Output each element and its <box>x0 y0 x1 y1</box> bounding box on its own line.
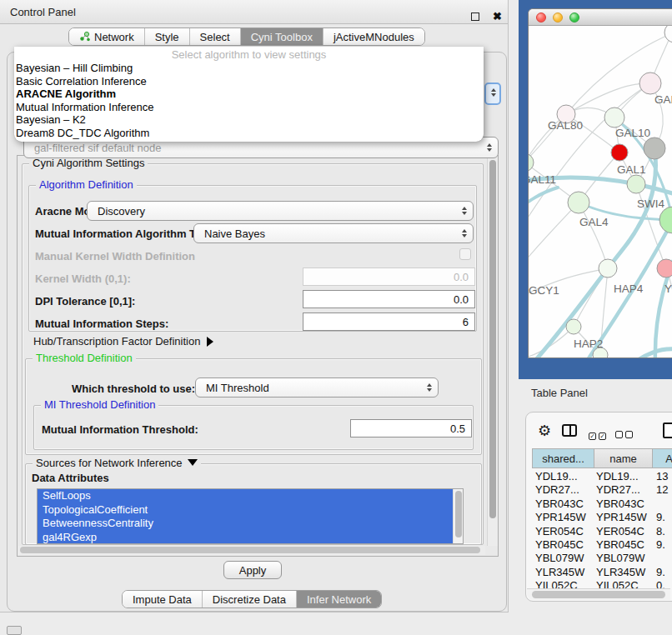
table-row[interactable]: YER054C YER054C 8. <box>532 525 672 538</box>
network-node-hap4[interactable] <box>599 259 617 278</box>
cyni-bottom-tabbar: Impute Data Discretize Data Infer Networ… <box>122 590 382 608</box>
tab-select[interactable]: Select <box>190 28 241 45</box>
network-node[interactable] <box>604 108 624 128</box>
node-label: HAP2 <box>574 338 603 350</box>
node-label: GAL11 <box>529 173 556 186</box>
window-close-icon[interactable] <box>536 12 546 22</box>
tab-network[interactable]: Network <box>69 28 145 45</box>
mi-threshold-input[interactable] <box>350 419 472 438</box>
window-minimize-icon[interactable] <box>553 12 563 22</box>
tab-style[interactable]: Style <box>145 28 190 45</box>
table-row[interactable]: YBR045C YBR045C 9. <box>532 538 672 552</box>
menu-item-mutual-information[interactable]: Mutual Information Inference <box>14 101 484 114</box>
table-row[interactable]: YBL079W YBL079W <box>532 552 672 565</box>
network-node[interactable] <box>659 207 672 233</box>
table-row[interactable]: YLR345W YLR345W 9. <box>532 566 672 579</box>
combo-arrows-icon <box>491 88 496 97</box>
cell-value: 12 <box>652 483 672 497</box>
hub-definition-toggle[interactable]: Hub/Transcription Factor Definition <box>33 335 213 348</box>
column-header-name[interactable]: name <box>594 448 653 468</box>
tab-network-label: Network <box>94 31 134 43</box>
list-item-topologicalcoefficient[interactable]: TopologicalCoefficient <box>38 503 453 518</box>
list-scrollbar[interactable] <box>453 489 463 543</box>
table-row[interactable]: YBR043C YBR043C <box>532 498 672 511</box>
cell-value: 8. <box>652 525 672 538</box>
network-node[interactable] <box>644 138 665 159</box>
combo-arrows-icon <box>462 207 467 215</box>
list-item-betweennesscentrality[interactable]: BetweennessCentrality <box>38 517 453 531</box>
cell-value: 9. <box>652 566 672 579</box>
column-header-partial[interactable]: A <box>653 448 672 468</box>
control-panel: Control Panel ✖ Network Style Select Cyn… <box>0 0 509 612</box>
manual-kernel-width-checkbox[interactable] <box>459 248 471 260</box>
table-row[interactable]: YPR145W YPR145W 9. <box>532 511 672 524</box>
algorithm-combo-button-fragment[interactable] <box>484 82 501 105</box>
list-item-gal4rgexp[interactable]: gal4RGexp <box>38 531 453 545</box>
mi-algorithm-type-combo[interactable]: Naive Bayes <box>193 223 474 243</box>
table-horizontal-scrollbar[interactable] <box>527 588 670 600</box>
collapse-arrow-icon[interactable] <box>188 459 198 466</box>
cell-shared-name: YPR145W <box>532 511 594 524</box>
node-label: GAL10 <box>615 127 650 139</box>
tab-impute-data[interactable]: Impute Data <box>123 591 203 608</box>
menu-item-bayesian-k2[interactable]: Bayesian – K2 <box>14 113 484 127</box>
cell-name: YER054C <box>594 525 652 538</box>
tab-cyni-toolbox[interactable]: Cyni Toolbox <box>241 28 323 45</box>
network-node[interactable] <box>639 72 661 94</box>
aracne-mode-combo[interactable]: Discovery <box>87 201 474 221</box>
network-node-gal4[interactable] <box>568 192 589 213</box>
window-zoom-icon[interactable] <box>569 12 579 22</box>
node-label: GAL4 <box>579 216 609 228</box>
cell-shared-name: YBL079W <box>532 552 594 565</box>
columns-icon[interactable] <box>562 424 577 437</box>
settings-horizontal-scrollbar[interactable] <box>18 546 485 555</box>
tab-select-label: Select <box>200 31 230 43</box>
select-all-checkboxes-icon[interactable]: ✓✓ <box>589 427 609 442</box>
network-window-titlebar[interactable] <box>529 9 672 26</box>
algorithm-dropdown-menu: Select algorithm to view settings Bayesi… <box>14 47 484 142</box>
control-panel-tabbar: Network Style Select Cyni Toolbox jActiv… <box>68 28 425 46</box>
kernel-width-input[interactable] <box>303 268 475 286</box>
mi-steps-label: Mutual Information Steps: <box>35 318 168 330</box>
tab-jactivemnodules[interactable]: jActiveMNodules <box>323 28 424 45</box>
node-label: HAP4 <box>614 282 644 295</box>
document-icon[interactable] <box>663 422 672 438</box>
table-row[interactable]: YDL19... YDL19... 13 <box>532 470 672 483</box>
checked-box-icon: ✓ <box>599 432 606 440</box>
cell-value <box>652 498 672 511</box>
column-header-shared-name[interactable]: shared... <box>532 448 594 468</box>
menu-item-basic-correlation[interactable]: Basic Correlation Inference <box>14 75 484 88</box>
which-threshold-combo[interactable]: MI Threshold <box>195 378 439 398</box>
menu-item-aracne[interactable]: ARACNE Algorithm <box>14 88 484 101</box>
network-node-gal1[interactable] <box>611 144 628 161</box>
network-node[interactable] <box>664 26 672 42</box>
deselect-all-checkboxes-icon[interactable] <box>615 427 635 442</box>
float-window-icon[interactable] <box>471 12 479 21</box>
cell-value: 13 <box>652 470 672 483</box>
table-row[interactable]: YDR27... YDR27... 12 <box>532 483 672 497</box>
close-icon[interactable]: ✖ <box>493 10 502 22</box>
apply-button[interactable]: Apply <box>223 561 282 579</box>
which-threshold-value: MI Threshold <box>206 382 269 394</box>
list-item-selfloops[interactable]: SelfLoops <box>38 489 453 503</box>
network-canvas[interactable]: GAL GAL80 GAL10 GAL1 SWI4 GAL11 GAL4 GCY… <box>529 26 672 358</box>
network-node[interactable] <box>627 175 645 193</box>
menu-item-bayesian-hill-climbing[interactable]: Bayesian – Hill Climbing <box>14 62 484 75</box>
mi-steps-input[interactable] <box>303 312 475 331</box>
network-node[interactable] <box>657 259 672 278</box>
sources-group-title[interactable]: Sources for Network Inference <box>33 457 201 469</box>
tab-discretize-data[interactable]: Discretize Data <box>203 591 297 608</box>
expand-arrow-icon[interactable] <box>207 337 213 347</box>
cell-name: YBR043C <box>594 498 652 511</box>
settings-vertical-scrollbar[interactable] <box>487 156 498 546</box>
bottom-left-button-fragment[interactable] <box>7 626 22 635</box>
network-node-hap2[interactable] <box>566 319 581 334</box>
tab-infer-network[interactable]: Infer Network <box>297 591 381 608</box>
gear-icon[interactable]: ⚙ <box>538 422 551 440</box>
dpi-tolerance-input[interactable] <box>303 290 475 308</box>
unchecked-box-icon <box>615 431 623 438</box>
menu-item-dream8[interactable]: Dream8 DC_TDC Algorithm <box>14 127 484 140</box>
tab-impute-data-label: Impute Data <box>133 593 192 606</box>
node-label: SWI4 <box>637 198 664 210</box>
node-label: GAL80 <box>548 119 583 132</box>
